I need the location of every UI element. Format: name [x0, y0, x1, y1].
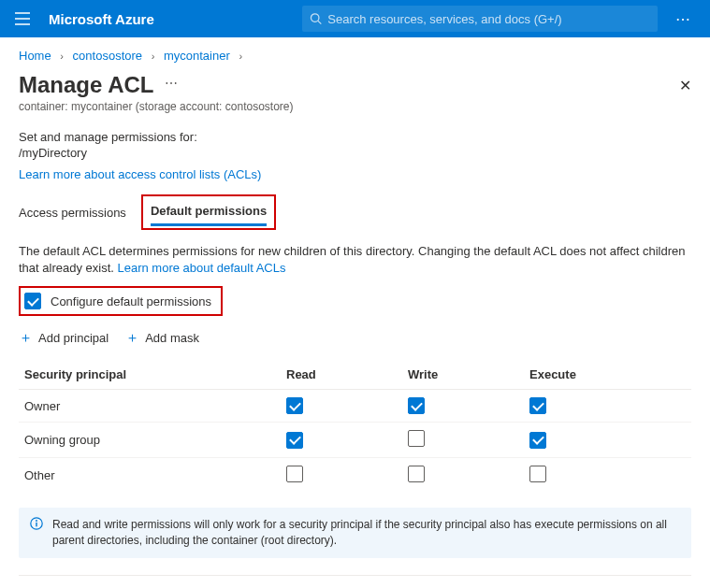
- plus-icon: ＋: [125, 329, 139, 347]
- write-checkbox[interactable]: [408, 397, 425, 414]
- hamburger-menu-icon[interactable]: [7, 4, 37, 34]
- info-banner: Read and write permissions will only wor…: [19, 508, 691, 558]
- add-principal-button[interactable]: ＋ Add principal: [19, 329, 109, 347]
- svg-point-3: [36, 520, 37, 522]
- brand-label: Microsoft Azure: [49, 11, 154, 27]
- read-checkbox[interactable]: [286, 466, 303, 482]
- global-search[interactable]: [302, 6, 658, 32]
- tab-default-permissions[interactable]: Default permissions: [151, 198, 267, 226]
- configure-label: Configure default permissions: [51, 294, 211, 308]
- info-icon: [30, 517, 43, 549]
- col-read: Read: [286, 367, 408, 381]
- execute-checkbox[interactable]: [529, 397, 546, 414]
- highlight-configure: Configure default permissions: [19, 286, 223, 316]
- chevron-right-icon: ›: [152, 50, 155, 62]
- search-input[interactable]: [327, 12, 650, 26]
- table-row: Other: [19, 458, 691, 493]
- col-principal: Security principal: [24, 367, 286, 381]
- permissions-table: Security principal Read Write Execute Ow…: [19, 360, 691, 493]
- table-row: Owning group: [19, 423, 691, 458]
- table-header: Security principal Read Write Execute: [19, 360, 691, 390]
- tab-description: The default ACL determines permissions f…: [19, 243, 691, 277]
- breadcrumb-container[interactable]: mycontainer: [164, 49, 230, 63]
- breadcrumb-home[interactable]: Home: [19, 49, 51, 63]
- add-mask-button[interactable]: ＋ Add mask: [125, 329, 199, 347]
- svg-rect-4: [36, 523, 36, 527]
- chevron-right-icon: ›: [239, 50, 242, 62]
- write-checkbox[interactable]: [408, 466, 425, 482]
- principal-name: Owner: [24, 399, 286, 413]
- principal-name: Owning group: [24, 433, 286, 447]
- tabs: Access permissions Default permissions: [19, 194, 691, 230]
- learn-acl-link[interactable]: Learn more about access control lists (A…: [19, 167, 261, 181]
- execute-checkbox[interactable]: [529, 466, 546, 482]
- col-execute: Execute: [529, 367, 651, 381]
- svg-line-1: [318, 21, 321, 23]
- action-row: ＋ Add principal ＋ Add mask: [19, 329, 691, 347]
- principal-name: Other: [24, 468, 286, 482]
- plus-icon: ＋: [19, 329, 33, 347]
- top-header: Microsoft Azure ⋯: [0, 0, 710, 37]
- title-row: Manage ACL ⋯ ✕: [19, 72, 691, 98]
- close-icon[interactable]: ✕: [679, 77, 691, 94]
- configure-checkbox[interactable]: [24, 293, 41, 309]
- breadcrumb: Home › contosostore › mycontainer ›: [19, 49, 691, 63]
- title-more-icon[interactable]: ⋯: [165, 76, 180, 94]
- search-icon: [310, 12, 322, 25]
- header-more-icon[interactable]: ⋯: [665, 10, 703, 28]
- col-write: Write: [408, 367, 529, 381]
- add-principal-label: Add principal: [38, 331, 109, 345]
- breadcrumb-storage[interactable]: contosostore: [73, 49, 142, 63]
- add-mask-label: Add mask: [145, 331, 199, 345]
- separator: [19, 575, 691, 576]
- execute-checkbox[interactable]: [529, 432, 546, 449]
- read-checkbox[interactable]: [286, 397, 303, 414]
- intro-text: Set and manage permissions for:: [19, 130, 691, 144]
- write-checkbox[interactable]: [408, 430, 425, 447]
- highlight-default-tab: Default permissions: [141, 194, 276, 230]
- page-title: Manage ACL: [19, 72, 153, 98]
- tab-access-permissions[interactable]: Access permissions: [19, 200, 126, 225]
- learn-default-acl-link[interactable]: Learn more about default ACLs: [118, 261, 286, 275]
- path-text: /myDirectory: [19, 146, 691, 160]
- table-row: Owner: [19, 390, 691, 423]
- svg-point-0: [311, 14, 319, 22]
- info-text: Read and write permissions will only wor…: [52, 517, 680, 549]
- page-subtitle: container: mycontainer (storage account:…: [19, 100, 691, 113]
- read-checkbox[interactable]: [286, 432, 303, 449]
- chevron-right-icon: ›: [60, 50, 64, 62]
